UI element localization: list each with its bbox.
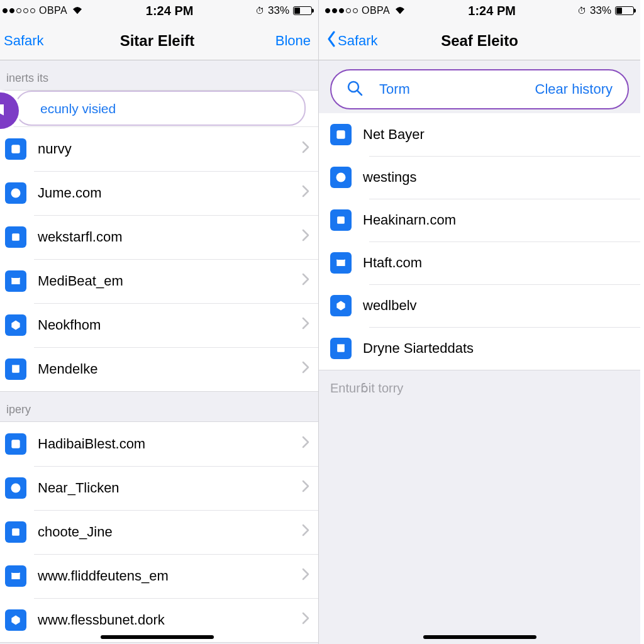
- svg-rect-11: [14, 532, 18, 533]
- alarm-icon: ⏱: [577, 6, 586, 16]
- site-icon: [330, 124, 352, 145]
- list-item[interactable]: Near_Tlicken: [0, 466, 318, 510]
- list-item-label: choote_Jine: [38, 524, 291, 540]
- wifi-icon: [394, 4, 406, 18]
- list-item-label: Heakinarn.com: [363, 212, 631, 228]
- svg-rect-4: [14, 237, 18, 238]
- back-button[interactable]: Safark: [4, 33, 44, 49]
- chevron-right-icon: [302, 229, 309, 245]
- chevron-right-icon: [302, 568, 309, 584]
- list-item[interactable]: HadibaiBlest.com: [0, 422, 318, 466]
- list-item[interactable]: MediBeat_em: [0, 259, 318, 303]
- list-item-label: Mendelke: [38, 361, 291, 377]
- list-item-label: Net Bayer: [363, 126, 631, 143]
- wifi-icon: [71, 4, 84, 18]
- clear-history-button[interactable]: Clear history: [535, 81, 613, 97]
- site-icon: [5, 477, 26, 499]
- signal-dots-icon: [3, 8, 35, 13]
- status-bar: OBPA 1:24 PM ⏱ 33%: [0, 0, 318, 21]
- site-icon: [330, 209, 352, 231]
- home-indicator: [423, 635, 536, 639]
- site-icon: [5, 565, 26, 587]
- list-item-label: HadibaiBlest.com: [38, 436, 291, 452]
- svg-rect-17: [339, 218, 343, 219]
- site-icon: [5, 609, 26, 631]
- chevron-right-icon: [302, 524, 309, 540]
- list-item-label: nurvy: [38, 141, 291, 157]
- list-item[interactable]: wekstarfl.com: [0, 215, 318, 259]
- chevron-right-icon: [302, 141, 309, 157]
- status-time: 1:24 PM: [468, 4, 516, 18]
- list-item[interactable]: wedlbelv: [319, 284, 640, 327]
- site-icon: [5, 226, 26, 248]
- site-icon: [330, 338, 352, 359]
- nav-back-label: Safark: [338, 33, 378, 49]
- search-clear-bar[interactable]: Torm Clear history: [330, 69, 629, 109]
- list-item[interactable]: Net Bayer: [319, 113, 640, 156]
- list-item-label: Neokfhom: [38, 317, 291, 333]
- chevron-right-icon: [302, 273, 309, 289]
- list-item[interactable]: Mendelke: [0, 347, 318, 391]
- site-icon: [330, 295, 352, 316]
- battery-icon: [293, 6, 312, 15]
- site-icon: [5, 433, 26, 455]
- battery-percent: 33%: [268, 4, 289, 17]
- section-header: ipery: [0, 392, 318, 421]
- list-item[interactable]: Htaft.com: [319, 242, 640, 284]
- chevron-right-icon: [302, 436, 309, 452]
- page-title: Sitar Eleift: [0, 32, 318, 50]
- site-icon: [5, 270, 26, 292]
- svg-rect-20: [337, 344, 345, 346]
- nav-bar: Safark Sitar Eleift Blone: [0, 21, 318, 60]
- svg-rect-3: [14, 235, 18, 236]
- home-indicator: [101, 635, 214, 639]
- chevron-left-icon: [326, 31, 336, 51]
- site-icon: [330, 252, 352, 274]
- battery-percent: 33%: [590, 4, 611, 17]
- list-item-label: westings: [363, 169, 631, 186]
- list-item-label: wekstarfl.com: [38, 229, 291, 245]
- list-item[interactable]: choote_Jine: [0, 510, 318, 554]
- nav-bar: Safark Seaf Eleito: [319, 21, 640, 60]
- site-icon: [5, 138, 26, 160]
- list-item[interactable]: www.fliddfeutens_em: [0, 554, 318, 598]
- highlight-label: ecunly visied: [40, 101, 309, 116]
- list-item[interactable]: Neokfhom: [0, 303, 318, 347]
- list-item-label: Jume.com: [38, 185, 291, 201]
- carrier-label: OBPA: [39, 5, 67, 16]
- list-item-highlight[interactable]: ecunly visied: [0, 91, 318, 127]
- site-icon: [5, 521, 26, 543]
- list-item-label: Near_Tlicken: [38, 480, 291, 496]
- site-icon: [330, 167, 352, 188]
- site-icon: [5, 182, 26, 204]
- list-item-label: wedlbelv: [363, 297, 631, 314]
- alarm-icon: ⏱: [255, 6, 264, 16]
- list-item[interactable]: Heakinarn.com: [319, 199, 640, 242]
- chevron-right-icon: [302, 361, 309, 377]
- list-item[interactable]: Dryne Siarteddats: [319, 327, 640, 370]
- search-term: Torm: [379, 81, 410, 97]
- svg-line-13: [357, 91, 362, 95]
- nav-action-button[interactable]: Blone: [275, 33, 311, 49]
- list-item[interactable]: westings: [319, 156, 640, 199]
- left-screenshot: OBPA 1:24 PM ⏱ 33% Safark Sitar Eleift B…: [0, 0, 318, 644]
- list-item-label: MediBeat_em: [38, 273, 291, 289]
- back-button[interactable]: Safark: [326, 31, 378, 51]
- chevron-right-icon: [302, 612, 309, 628]
- chevron-right-icon: [302, 317, 309, 333]
- status-bar: OBPA 1:24 PM ⏱ 33%: [319, 0, 640, 21]
- signal-dots-icon: [325, 8, 358, 13]
- chevron-right-icon: [302, 480, 309, 496]
- list-item-label: Htaft.com: [363, 255, 631, 271]
- battery-icon: [615, 6, 634, 15]
- search-icon: [347, 80, 363, 99]
- svg-rect-10: [14, 530, 18, 531]
- list-item[interactable]: Jume.com: [0, 171, 318, 215]
- status-time: 1:24 PM: [146, 4, 194, 18]
- svg-rect-5: [12, 367, 19, 373]
- list-item[interactable]: nurvy: [0, 127, 318, 171]
- carrier-label: OBPA: [362, 5, 390, 16]
- nav-action-label: Blone: [275, 33, 311, 49]
- svg-rect-18: [339, 220, 343, 221]
- footer-text: Enturɓit torry: [319, 370, 640, 406]
